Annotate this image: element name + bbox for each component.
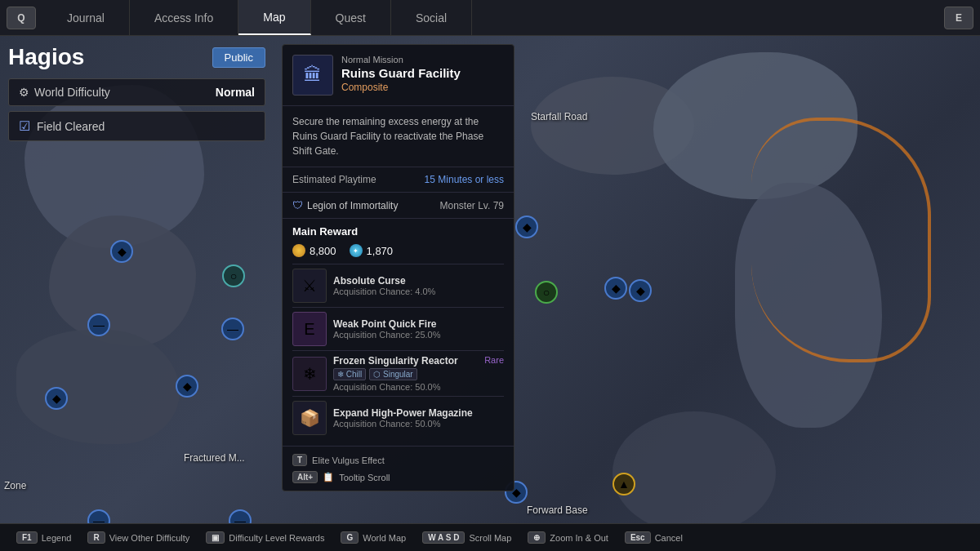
map-icon-9[interactable]: ◆	[629, 279, 652, 302]
reward-item-info: Absolute CurseAcquisition Chance: 4.0%	[333, 275, 504, 296]
terrain-blob-3	[16, 330, 180, 444]
map-icon-11[interactable]: ▲	[612, 473, 635, 495]
top-navigation: Q Journal Access Info Map Quest Social E	[0, 0, 980, 36]
esc-key: Esc	[625, 531, 651, 544]
legion-name: 🛡 Legion of Immortality	[292, 199, 398, 211]
map-icon-12[interactable]: ○	[222, 264, 245, 287]
bottom-cancel: Esc Cancel	[625, 531, 683, 544]
reward-item-info: Expand High-Power MagazineAcquisition Ch…	[333, 407, 504, 429]
mission-title-area: Normal Mission Ruins Guard Facility Comp…	[341, 55, 504, 93]
mission-description: Secure the remaining excess energy at th…	[283, 106, 514, 167]
map-icon-10[interactable]: ○	[535, 281, 558, 304]
tab-social[interactable]: Social	[391, 0, 472, 35]
scroll-map-label: Scroll Map	[469, 533, 511, 543]
tab-journal[interactable]: Journal	[42, 0, 130, 35]
mission-panel: 🏛 Normal Mission Ruins Guard Facility Co…	[282, 44, 514, 491]
e-key-button[interactable]: E	[944, 7, 973, 29]
field-cleared-label: Field Cleared	[37, 120, 105, 133]
reward-item-name: Weak Point Quick Fire	[333, 318, 504, 330]
difficulty-key: ▣	[206, 531, 225, 544]
bottom-zoom: ⊕ Zoom In & Out	[528, 531, 608, 544]
reward-item-chance: Acquisition Chance: 50.0%	[333, 419, 504, 429]
map-icon-1[interactable]: ◆	[110, 240, 133, 263]
q-key-button[interactable]: Q	[7, 7, 36, 29]
difficulty-label: ⚙ World Difficulty	[19, 86, 110, 99]
map-icon-6[interactable]: —	[221, 318, 244, 340]
reward-item-chance: Acquisition Chance: 25.0%	[333, 330, 504, 340]
legend-label: Legend	[42, 533, 72, 543]
map-road-path	[751, 118, 931, 362]
field-cleared-row: ☑ Field Cleared	[8, 111, 265, 141]
r-key: R	[87, 531, 105, 544]
tooltip-scroll-label: Tooltip Scroll	[339, 473, 390, 482]
map-icon-8[interactable]: ◆	[604, 277, 627, 300]
reward-item-name: Absolute Curse	[333, 275, 504, 287]
terrain-blob-7	[612, 411, 776, 523]
reward-tag: ❄ Chill	[333, 368, 366, 380]
exp-icon: ✦	[350, 244, 363, 257]
rewards-title: Main Reward	[292, 225, 504, 238]
reward-item: ⚔Absolute CurseAcquisition Chance: 4.0%	[292, 264, 504, 307]
bottom-scroll-map: W A S D Scroll Map	[422, 531, 511, 544]
reward-item-icon: ⚔	[292, 269, 327, 303]
bottom-bar: F1 Legend R View Other Difficulty ▣ Diff…	[0, 523, 980, 551]
legion-row: 🛡 Legion of Immortality Monster Lv. 79	[283, 193, 514, 219]
mission-name: Ruins Guard Facility	[341, 66, 504, 80]
difficulty-value: Normal	[216, 86, 255, 99]
cancel-label: Cancel	[655, 533, 683, 543]
mission-type: Normal Mission	[341, 55, 504, 64]
gold-amount: 8,800	[292, 244, 336, 257]
reward-item-tags: ❄ Chill⬡ Singular	[333, 368, 478, 380]
reward-item-icon: ❄	[292, 357, 327, 391]
bottom-world-map: G World Map	[341, 531, 406, 544]
left-panel: Hagios Public ⚙ World Difficulty Normal …	[0, 36, 274, 149]
t-key: T	[292, 454, 307, 466]
bottom-difficulty-rewards: ▣ Difficulty Level Rewards	[206, 531, 324, 544]
playtime-label: Estimated Playtime	[292, 174, 376, 185]
map-icon-4[interactable]: —	[87, 313, 110, 336]
zoom-key: ⊕	[528, 531, 546, 544]
bottom-legend: F1 Legend	[16, 531, 71, 544]
map-icon-3[interactable]: ◆	[176, 375, 198, 398]
playtime-value: 15 Minutes or less	[425, 174, 504, 185]
tab-access-info[interactable]: Access Info	[130, 0, 238, 35]
reward-item-name: Frozen Singularity Reactor	[333, 355, 478, 367]
rewards-section: Main Reward 8,800 ✦ 1,870 ⚔Absolute Curs…	[283, 219, 514, 446]
legion-icon: 🛡	[292, 199, 303, 211]
wasd-key: W A S D	[422, 531, 465, 544]
playtime-row: Estimated Playtime 15 Minutes or less	[283, 167, 514, 193]
bottom-view-difficulty: R View Other Difficulty	[87, 531, 189, 544]
reward-item: EWeak Point Quick FireAcquisition Chance…	[292, 307, 504, 350]
public-badge: Public	[212, 47, 265, 68]
reward-item-name: Expand High-Power Magazine	[333, 407, 504, 419]
view-difficulty-label: View Other Difficulty	[109, 533, 190, 543]
world-map-label: World Map	[363, 533, 406, 543]
check-icon: ☑	[19, 118, 30, 134]
reward-item-info: Frozen Singularity Reactor❄ Chill⬡ Singu…	[333, 355, 478, 392]
reward-item-chance: Acquisition Chance: 50.0%	[333, 382, 478, 392]
alt-key: Alt+	[292, 471, 318, 483]
elite-vulgus-label: Elite Vulgus Effect	[312, 455, 385, 465]
location-title: Hagios	[8, 44, 84, 70]
location-header: Hagios Public	[8, 44, 265, 70]
mission-header: 🏛 Normal Mission Ruins Guard Facility Co…	[283, 45, 514, 106]
reward-tag: ⬡ Singular	[369, 368, 416, 380]
exp-amount: ✦ 1,870	[350, 244, 394, 257]
action-tooltip-scroll: Alt+ 📋 Tooltip Scroll	[292, 469, 504, 486]
reward-items-list: ⚔Absolute CurseAcquisition Chance: 4.0%E…	[292, 264, 504, 439]
world-icon: ⚙	[19, 86, 29, 99]
map-icon-active[interactable]: ◆	[515, 216, 538, 238]
reward-item-info: Weak Point Quick FireAcquisition Chance:…	[333, 318, 504, 340]
map-icon-2[interactable]: ◆	[45, 387, 68, 410]
difficulty-row[interactable]: ⚙ World Difficulty Normal	[8, 78, 265, 106]
reward-rare-badge: Rare	[484, 355, 504, 365]
reward-item: ❄Frozen Singularity Reactor❄ Chill⬡ Sing…	[292, 350, 504, 396]
reward-item-chance: Acquisition Chance: 4.0%	[333, 287, 504, 296]
reward-item-icon: 📦	[292, 401, 327, 435]
footer-actions: T Elite Vulgus Effect Alt+ 📋 Tooltip Scr…	[283, 446, 514, 491]
tab-map[interactable]: Map	[238, 0, 310, 35]
gold-icon	[292, 244, 305, 257]
reward-item-icon: E	[292, 312, 327, 346]
f1-key: F1	[16, 531, 38, 544]
tab-quest[interactable]: Quest	[311, 0, 391, 35]
